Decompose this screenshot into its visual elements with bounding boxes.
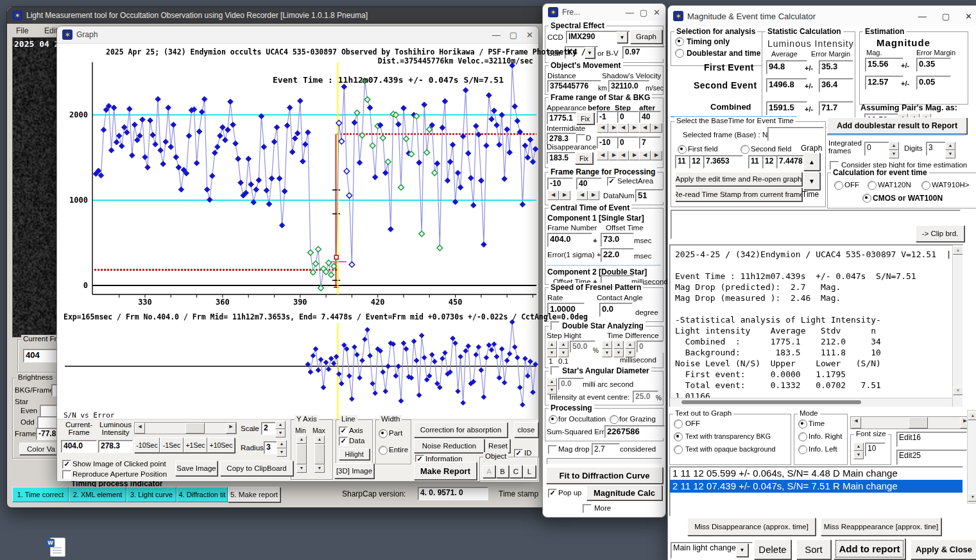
3d-image-button[interactable]: [3D] Image xyxy=(334,463,374,479)
scroll-right-button[interactable]: ▶ xyxy=(226,423,236,434)
plus-10sec-button[interactable]: +10Sec xyxy=(207,437,235,453)
save-image-button[interactable]: Save Image xyxy=(175,461,218,476)
spin-left-button[interactable]: ◀ xyxy=(547,191,559,200)
light-change-dropdown-button[interactable]: ▼ xyxy=(736,543,748,557)
after-field-1[interactable]: 40 xyxy=(639,111,661,123)
digits-field[interactable]: 3 xyxy=(926,142,948,156)
reset-button[interactable]: Reset xyxy=(486,439,510,453)
intensity-centre-field[interactable]: 25.0 xyxy=(633,391,658,403)
offset-time-field[interactable]: 73.0 xyxy=(601,233,634,247)
event-list-item-selected[interactable]: 2 11 12 07.439 +/- 0.047s, S/N= 7.51 R M… xyxy=(670,480,963,493)
spin-left-button[interactable]: ◀ xyxy=(576,191,588,200)
ymax-slider[interactable] xyxy=(314,444,325,464)
entire-radio[interactable] xyxy=(379,446,388,455)
spin-left-button[interactable]: ◀ xyxy=(617,123,629,133)
apply-edit-time-button[interactable]: Apply the edit time and Re-open graph xyxy=(675,172,802,186)
spin-down-button[interactable]: ▼ xyxy=(853,451,864,459)
tab-light-curve[interactable]: 3. Light curve xyxy=(126,487,176,502)
report-textarea[interactable]: 2025-4-25 / (342)Endymion / UCAC4 535-03… xyxy=(669,244,963,407)
font-size-spinner[interactable]: ▲▼ xyxy=(853,443,864,459)
integrated-spinner[interactable]: ▲▼ xyxy=(889,142,899,158)
minimize-icon[interactable]: — xyxy=(918,12,927,21)
before-field-1[interactable]: -1 xyxy=(597,111,619,123)
step-field-1[interactable]: 0 xyxy=(617,111,639,123)
sort-button[interactable]: Sort xyxy=(796,539,831,559)
spin-right-button[interactable]: ▶ xyxy=(588,191,599,200)
delete-button[interactable]: Delete xyxy=(754,539,791,559)
spin-right-button[interactable]: ▶ xyxy=(559,191,570,200)
reproduce-aperture-checkbox[interactable] xyxy=(62,470,71,479)
spin-down-button[interactable]: ▼ xyxy=(945,150,955,158)
hscroll-thumb[interactable] xyxy=(681,400,861,404)
first-event-avg-field[interactable]: 94.8 xyxy=(766,60,807,74)
appearance-fix-button[interactable]: Fix xyxy=(576,112,594,124)
scroll-down-button[interactable]: ▼ xyxy=(968,493,976,502)
disappearance-field[interactable]: 183.5 xyxy=(547,152,576,164)
first-event-err-field[interactable]: 35.3 xyxy=(819,60,853,74)
time-diff-spinner-c[interactable]: ▲▼ xyxy=(625,341,635,357)
before-spinner-2[interactable]: ◀▶ xyxy=(597,151,620,160)
graph-title-bar[interactable]: ✶ Graph — ▢ ✕ xyxy=(57,26,538,44)
for-occultation-radio[interactable] xyxy=(549,415,558,424)
tab-diffraction-fit[interactable]: 4. Diffraction tit xyxy=(176,487,228,502)
spin-left-button[interactable]: ◀ xyxy=(597,151,608,160)
report-hscrollbar[interactable] xyxy=(670,398,952,407)
minimize-icon[interactable]: — xyxy=(626,8,634,17)
spin-up-button[interactable]: ▲ xyxy=(558,341,569,349)
fit-diffraction-button[interactable]: Fit to Diffraction Curve xyxy=(546,467,663,484)
processing-end-field[interactable]: 40 xyxy=(576,178,602,190)
star-dropdown-button[interactable]: ▼ xyxy=(585,47,595,58)
mag2-err-field[interactable]: 0.05 xyxy=(916,76,951,90)
spin-down-button[interactable]: ▼ xyxy=(602,349,612,357)
frame-scrollbar[interactable]: ◀▶ xyxy=(134,422,237,434)
spin-left-button[interactable]: ◀ xyxy=(639,151,651,160)
event-listbox[interactable]: 1 11 12 05.599 +/- 0.064s, S/N= 4.48 D M… xyxy=(669,466,963,516)
maximize-icon[interactable]: ▢ xyxy=(942,12,950,21)
spin-up-button[interactable]: ▲ xyxy=(625,341,635,349)
main-title-bar[interactable]: ✶ Light Measurement tool for Occultation… xyxy=(7,7,552,24)
step-hight-spinner-1[interactable]: ▲▼ xyxy=(547,341,557,357)
tab-time-correct[interactable]: 1. Time correct xyxy=(12,487,69,502)
minus-1sec-button[interactable]: -1Sec xyxy=(160,437,184,453)
mag2-field[interactable]: 12.57 xyxy=(865,76,903,90)
bv-field[interactable]: 0.97 xyxy=(622,46,665,59)
current-frame-value[interactable]: 404.0 xyxy=(61,440,97,453)
spin-up-button[interactable]: ▲ xyxy=(889,142,899,150)
datanum-field[interactable]: 51 xyxy=(635,189,664,202)
miss-disappearance-button[interactable]: Miss Disappearance (approx. time] xyxy=(687,518,816,536)
mag1-field[interactable]: 15.56 xyxy=(865,58,903,72)
edit25-field[interactable]: Edit25 xyxy=(896,450,967,465)
t1-s-field[interactable]: 7.3653 xyxy=(703,155,743,169)
spin-up-button[interactable]: ▲ xyxy=(602,341,612,349)
spin-down-button[interactable]: ▼ xyxy=(558,349,569,357)
object-l-button[interactable]: L xyxy=(523,465,536,478)
wat910h-radio[interactable] xyxy=(921,181,930,190)
edit16-field[interactable]: Edit16 xyxy=(896,432,967,447)
spin-up-button[interactable]: ▲ xyxy=(945,142,955,150)
velocity-field[interactable]: 32110.0 xyxy=(608,80,649,92)
contact-angle-field[interactable]: 0.0 xyxy=(599,303,633,317)
font-size-field[interactable]: 10 xyxy=(865,443,886,457)
spin-up-button[interactable]: ▲ xyxy=(277,440,287,448)
wat120n-radio[interactable] xyxy=(868,181,877,190)
spin-up-button[interactable]: ▲ xyxy=(547,378,557,386)
spin-left-button[interactable]: ◀ xyxy=(639,123,651,133)
time-diff-field[interactable]: 0 xyxy=(637,341,664,353)
mode-info-left-radio[interactable] xyxy=(798,445,807,454)
step-hight-field[interactable]: 50.0 xyxy=(570,341,595,353)
digits-spinner[interactable]: ▲▼ xyxy=(945,142,955,158)
scroll-thumb[interactable] xyxy=(185,423,205,434)
d-checkbox[interactable] xyxy=(576,134,585,143)
ymax-up-button[interactable]: ▲ xyxy=(314,436,325,444)
spin-down-button[interactable]: ▼ xyxy=(547,349,557,357)
mode-info-right-radio[interactable] xyxy=(798,432,807,441)
processing-end-spinner[interactable]: ◀▶ xyxy=(576,191,599,200)
frame-number-field[interactable]: 404.0 xyxy=(547,233,592,247)
text-transparent-radio[interactable] xyxy=(674,432,683,441)
after-spinner-2[interactable]: ◀▶ xyxy=(639,151,662,160)
more-checkbox[interactable] xyxy=(583,504,592,513)
scale-field[interactable]: 2 xyxy=(261,422,277,435)
object-c-button[interactable]: C xyxy=(509,465,522,478)
object-a-button[interactable]: A xyxy=(483,465,495,478)
calc-title-bar[interactable]: ✶ Magnitude & Event time Calculator — ▢ … xyxy=(668,6,976,26)
